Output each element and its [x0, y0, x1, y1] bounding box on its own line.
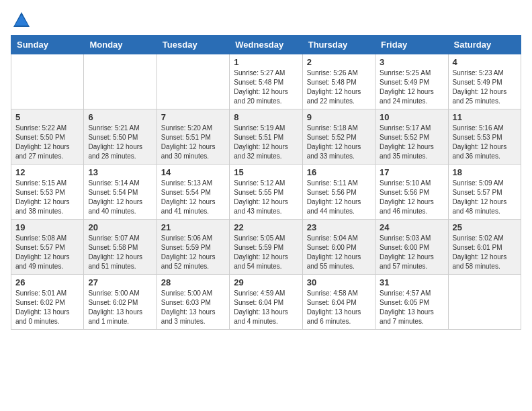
day-number: 12: [15, 167, 79, 177]
calendar-week-1: 5Sunrise: 5:22 AM Sunset: 5:50 PM Daylig…: [11, 109, 521, 165]
day-info: Sunrise: 5:12 AM Sunset: 5:55 PM Dayligh…: [234, 179, 298, 216]
calendar-cell: 29Sunrise: 4:59 AM Sunset: 6:04 PM Dayli…: [230, 275, 302, 330]
day-info: Sunrise: 5:14 AM Sunset: 5:54 PM Dayligh…: [88, 179, 152, 216]
day-info: Sunrise: 5:05 AM Sunset: 5:59 PM Dayligh…: [234, 234, 298, 271]
calendar-cell: 1Sunrise: 5:27 AM Sunset: 5:48 PM Daylig…: [230, 54, 302, 109]
day-info: Sunrise: 5:17 AM Sunset: 5:52 PM Dayligh…: [380, 124, 443, 161]
day-number: 21: [161, 222, 225, 232]
calendar-cell: 7Sunrise: 5:20 AM Sunset: 5:51 PM Daylig…: [157, 109, 229, 165]
day-number: 1: [234, 57, 298, 67]
calendar-cell: 27Sunrise: 5:00 AM Sunset: 6:02 PM Dayli…: [84, 275, 157, 330]
day-number: 7: [161, 112, 225, 122]
day-number: 22: [234, 222, 298, 232]
calendar-cell: 10Sunrise: 5:17 AM Sunset: 5:52 PM Dayli…: [375, 109, 448, 165]
day-info: Sunrise: 5:10 AM Sunset: 5:56 PM Dayligh…: [380, 179, 443, 216]
day-info: Sunrise: 5:27 AM Sunset: 5:48 PM Dayligh…: [234, 68, 298, 106]
calendar-cell: 9Sunrise: 5:18 AM Sunset: 5:52 PM Daylig…: [302, 109, 375, 165]
day-number: 16: [307, 167, 371, 177]
day-number: 28: [161, 277, 225, 287]
day-number: 6: [88, 112, 152, 122]
logo-icon: [12, 11, 31, 30]
day-number: 17: [380, 167, 443, 177]
day-info: Sunrise: 5:00 AM Sunset: 6:02 PM Dayligh…: [88, 289, 152, 326]
day-number: 15: [234, 167, 298, 177]
day-header-thursday: Thursday: [302, 36, 375, 54]
day-number: 25: [453, 222, 517, 232]
calendar-cell: 22Sunrise: 5:05 AM Sunset: 5:59 PM Dayli…: [230, 220, 302, 275]
calendar-cell: 13Sunrise: 5:14 AM Sunset: 5:54 PM Dayli…: [84, 165, 157, 220]
calendar-cell: [84, 54, 157, 109]
day-number: 14: [161, 167, 225, 177]
day-info: Sunrise: 4:58 AM Sunset: 6:04 PM Dayligh…: [307, 289, 371, 326]
calendar-cell: 3Sunrise: 5:25 AM Sunset: 5:49 PM Daylig…: [375, 54, 448, 109]
calendar-cell: 21Sunrise: 5:06 AM Sunset: 5:59 PM Dayli…: [157, 220, 229, 275]
day-info: Sunrise: 5:20 AM Sunset: 5:51 PM Dayligh…: [161, 124, 225, 161]
day-number: 19: [15, 222, 79, 232]
calendar-cell: 15Sunrise: 5:12 AM Sunset: 5:55 PM Dayli…: [230, 165, 302, 220]
day-info: Sunrise: 5:26 AM Sunset: 5:48 PM Dayligh…: [307, 68, 371, 106]
day-number: 13: [88, 167, 152, 177]
calendar-cell: 17Sunrise: 5:10 AM Sunset: 5:56 PM Dayli…: [375, 165, 448, 220]
day-number: 26: [15, 277, 79, 287]
calendar-cell: 11Sunrise: 5:16 AM Sunset: 5:53 PM Dayli…: [448, 109, 521, 165]
calendar-header-row: SundayMondayTuesdayWednesdayThursdayFrid…: [11, 36, 521, 54]
day-header-sunday: Sunday: [11, 36, 84, 54]
page-header: [11, 11, 521, 27]
day-info: Sunrise: 5:08 AM Sunset: 5:57 PM Dayligh…: [15, 234, 79, 271]
day-number: 10: [380, 112, 443, 122]
day-number: 20: [88, 222, 152, 232]
day-info: Sunrise: 4:57 AM Sunset: 6:05 PM Dayligh…: [380, 289, 443, 326]
calendar-cell: 4Sunrise: 5:23 AM Sunset: 5:49 PM Daylig…: [448, 54, 521, 109]
calendar-cell: 16Sunrise: 5:11 AM Sunset: 5:56 PM Dayli…: [302, 165, 375, 220]
day-info: Sunrise: 5:06 AM Sunset: 5:59 PM Dayligh…: [161, 234, 225, 271]
day-number: 8: [234, 112, 298, 122]
day-info: Sunrise: 5:21 AM Sunset: 5:50 PM Dayligh…: [88, 124, 152, 161]
calendar-cell: 12Sunrise: 5:15 AM Sunset: 5:53 PM Dayli…: [11, 165, 84, 220]
calendar-cell: 6Sunrise: 5:21 AM Sunset: 5:50 PM Daylig…: [84, 109, 157, 165]
day-number: 4: [453, 57, 517, 67]
day-info: Sunrise: 5:23 AM Sunset: 5:49 PM Dayligh…: [453, 68, 517, 106]
calendar-cell: 8Sunrise: 5:19 AM Sunset: 5:51 PM Daylig…: [230, 109, 302, 165]
day-number: 9: [307, 112, 371, 122]
calendar-cell: 26Sunrise: 5:01 AM Sunset: 6:02 PM Dayli…: [11, 275, 84, 330]
day-info: Sunrise: 5:15 AM Sunset: 5:53 PM Dayligh…: [15, 179, 79, 216]
svg-marker-1: [15, 15, 28, 26]
calendar-cell: 19Sunrise: 5:08 AM Sunset: 5:57 PM Dayli…: [11, 220, 84, 275]
day-number: 11: [453, 112, 517, 122]
calendar-cell: 23Sunrise: 5:04 AM Sunset: 6:00 PM Dayli…: [302, 220, 375, 275]
calendar-cell: [11, 54, 84, 109]
calendar-week-0: 1Sunrise: 5:27 AM Sunset: 5:48 PM Daylig…: [11, 54, 521, 109]
day-info: Sunrise: 5:04 AM Sunset: 6:00 PM Dayligh…: [307, 234, 371, 271]
calendar-cell: [448, 275, 521, 330]
calendar-cell: 30Sunrise: 4:58 AM Sunset: 6:04 PM Dayli…: [302, 275, 375, 330]
day-number: 29: [234, 277, 298, 287]
day-info: Sunrise: 5:18 AM Sunset: 5:52 PM Dayligh…: [307, 124, 371, 161]
day-number: 30: [307, 277, 371, 287]
calendar-cell: 5Sunrise: 5:22 AM Sunset: 5:50 PM Daylig…: [11, 109, 84, 165]
day-info: Sunrise: 5:09 AM Sunset: 5:57 PM Dayligh…: [453, 179, 517, 216]
calendar-week-2: 12Sunrise: 5:15 AM Sunset: 5:53 PM Dayli…: [11, 165, 521, 220]
day-info: Sunrise: 5:19 AM Sunset: 5:51 PM Dayligh…: [234, 124, 298, 161]
day-number: 18: [453, 167, 517, 177]
day-info: Sunrise: 5:00 AM Sunset: 6:03 PM Dayligh…: [161, 289, 225, 326]
day-info: Sunrise: 5:07 AM Sunset: 5:58 PM Dayligh…: [88, 234, 152, 271]
day-info: Sunrise: 5:25 AM Sunset: 5:49 PM Dayligh…: [380, 68, 443, 106]
calendar-cell: [157, 54, 229, 109]
day-number: 5: [15, 112, 79, 122]
day-number: 2: [307, 57, 371, 67]
calendar-week-4: 26Sunrise: 5:01 AM Sunset: 6:02 PM Dayli…: [11, 275, 521, 330]
day-info: Sunrise: 5:13 AM Sunset: 5:54 PM Dayligh…: [161, 179, 225, 216]
day-info: Sunrise: 5:01 AM Sunset: 6:02 PM Dayligh…: [15, 289, 79, 326]
calendar-cell: 25Sunrise: 5:02 AM Sunset: 6:01 PM Dayli…: [448, 220, 521, 275]
day-number: 31: [380, 277, 443, 287]
day-info: Sunrise: 5:22 AM Sunset: 5:50 PM Dayligh…: [15, 124, 79, 161]
day-header-monday: Monday: [84, 36, 157, 54]
calendar-cell: 14Sunrise: 5:13 AM Sunset: 5:54 PM Dayli…: [157, 165, 229, 220]
calendar-week-3: 19Sunrise: 5:08 AM Sunset: 5:57 PM Dayli…: [11, 220, 521, 275]
day-info: Sunrise: 5:11 AM Sunset: 5:56 PM Dayligh…: [307, 179, 371, 216]
day-info: Sunrise: 5:03 AM Sunset: 6:00 PM Dayligh…: [380, 234, 443, 271]
calendar-cell: 20Sunrise: 5:07 AM Sunset: 5:58 PM Dayli…: [84, 220, 157, 275]
calendar-cell: 24Sunrise: 5:03 AM Sunset: 6:00 PM Dayli…: [375, 220, 448, 275]
day-number: 27: [88, 277, 152, 287]
day-info: Sunrise: 5:16 AM Sunset: 5:53 PM Dayligh…: [453, 124, 517, 161]
